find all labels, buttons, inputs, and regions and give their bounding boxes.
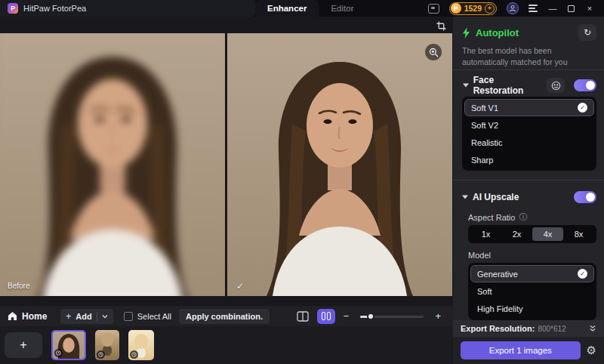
close-button[interactable]: ×	[584, 4, 595, 13]
thumbnail-woman-blonde[interactable]	[128, 330, 154, 360]
maximize-button[interactable]	[568, 5, 575, 12]
model-label: Model	[468, 251, 491, 260]
credits-pill[interactable]: P 1529 +	[449, 2, 497, 15]
autopilot-title: Autopilot	[476, 27, 573, 39]
double-chevron-icon[interactable]	[589, 325, 596, 332]
ai-upscale-toggle[interactable]	[574, 191, 596, 203]
history-badge-icon	[97, 350, 105, 359]
zoom-out-icon[interactable]: −	[342, 310, 351, 322]
app-title: HitPaw FotorPea	[23, 4, 86, 13]
compare-view: Before	[0, 33, 453, 296]
thumbnail-strip: +	[0, 326, 453, 364]
titlebar: P HitPaw FotorPea Enhancer Editor P 1529…	[0, 0, 604, 17]
view-controls: − +	[295, 309, 442, 324]
refresh-icon[interactable]: ↻	[578, 24, 596, 41]
minimize-button[interactable]: —	[547, 4, 558, 13]
option-sharp[interactable]: Sharp	[464, 151, 594, 168]
side-by-side-view-icon[interactable]	[317, 309, 335, 324]
divider	[453, 180, 604, 180]
gear-icon[interactable]: ⚙	[587, 344, 596, 357]
ratio-8x[interactable]: 8x	[563, 227, 594, 241]
ratio-2x[interactable]: 2x	[501, 227, 532, 241]
autopilot-header: Autopilot ↻	[462, 23, 596, 42]
export-resolution-label: Export Resolution:	[461, 324, 535, 333]
credits-count: 1529	[464, 4, 482, 13]
tab-editor[interactable]: Editor	[319, 0, 365, 17]
coin-icon: P	[451, 3, 461, 14]
app-window: P HitPaw FotorPea Enhancer Editor P 1529…	[0, 0, 604, 364]
after-image: ✓	[227, 33, 452, 296]
crop-icon[interactable]	[435, 20, 447, 32]
export-footer: Export 1 images ⚙	[453, 337, 604, 364]
zoom-in-icon[interactable]: +	[433, 310, 442, 322]
home-button[interactable]: Home	[8, 311, 47, 322]
export-button[interactable]: Export 1 images	[461, 341, 581, 359]
sidebar: Autopilot ↻ The best model has been auto…	[453, 17, 604, 364]
add-button[interactable]: + Add	[60, 309, 112, 324]
model-list: Generative ✓ Soft High Fidelity	[468, 263, 596, 320]
plus-icon: +	[66, 311, 71, 322]
export-resolution-bar[interactable]: Export Resolution: 800*612	[453, 320, 604, 337]
option-realistic[interactable]: Realistic	[464, 134, 594, 151]
face-restoration-title: Face Restoration	[473, 75, 542, 96]
thumbnail-woman-selected[interactable]	[51, 330, 86, 360]
app-brand: P HitPaw FotorPea	[0, 0, 255, 17]
split-view-icon[interactable]	[295, 310, 310, 323]
face-restoration-header[interactable]: ✓ Face Restoration	[462, 77, 596, 94]
aspect-ratio-label: Aspect Ratio ⓘ	[468, 211, 527, 223]
before-label: Before	[8, 282, 29, 290]
bottom-toolbar: Home + Add Select All Apply combination.…	[0, 306, 453, 326]
home-label: Home	[22, 311, 47, 322]
export-resolution-value: 800*612	[538, 325, 586, 333]
selected-check-icon: ✓	[578, 269, 587, 279]
select-all-control[interactable]: Select All	[124, 312, 171, 321]
add-image-tile[interactable]: +	[5, 332, 42, 358]
history-badge-icon	[130, 350, 138, 359]
main-tabs: Enhancer Editor	[255, 0, 365, 17]
model-generative[interactable]: Generative ✓	[470, 265, 594, 282]
after-check-icon: ✓	[236, 281, 244, 292]
caret-down-icon	[462, 195, 468, 199]
user-account-icon[interactable]	[507, 2, 519, 14]
ai-upscale-title: AI Upscale	[473, 192, 569, 202]
zoom-slider-knob[interactable]	[367, 313, 374, 320]
model-high-fidelity[interactable]: High Fidelity	[470, 300, 594, 317]
home-icon	[8, 311, 17, 321]
selected-check-icon: ✓	[578, 103, 587, 113]
ratio-1x[interactable]: 1x	[470, 227, 501, 241]
model-soft[interactable]: Soft	[470, 282, 594, 300]
option-soft-v1[interactable]: Soft V1 ✓	[464, 99, 594, 116]
face-restoration-list: Soft V1 ✓ Soft V2 Realistic Sharp	[462, 97, 596, 171]
chevron-down-icon[interactable]	[102, 314, 108, 319]
face-preview-icon[interactable]	[547, 78, 565, 93]
ratio-4x[interactable]: 4x	[532, 227, 563, 241]
select-all-checkbox[interactable]	[124, 312, 133, 321]
zoom-slider[interactable]	[360, 311, 424, 322]
add-label: Add	[76, 312, 91, 321]
add-credits-icon[interactable]: +	[485, 4, 495, 14]
bolt-icon	[462, 27, 470, 39]
autopilot-description: The best model has been automatically ma…	[462, 45, 595, 67]
before-image: Before	[0, 33, 225, 296]
caret-down-icon	[463, 83, 469, 88]
app-logo-icon: P	[8, 3, 18, 14]
canvas-toolbar	[0, 17, 453, 33]
canvas-area: Before	[0, 17, 453, 364]
menu-icon[interactable]	[528, 5, 538, 12]
apply-combination-button[interactable]: Apply combination.	[179, 309, 270, 324]
ai-upscale-header[interactable]: AI Upscale	[462, 189, 596, 205]
info-icon[interactable]: ⓘ	[519, 211, 527, 223]
face-restoration-toggle[interactable]	[574, 79, 596, 91]
option-soft-v2[interactable]: Soft V2	[464, 116, 594, 134]
divider	[453, 69, 604, 70]
magnifier-icon[interactable]	[425, 44, 442, 60]
divider	[97, 312, 97, 321]
aspect-ratio-segment: 1x 2x 4x 8x	[468, 225, 596, 243]
titlebar-actions: P 1529 + — ×	[428, 0, 604, 17]
history-badge-icon	[54, 349, 63, 357]
tab-enhancer[interactable]: Enhancer	[255, 0, 319, 17]
promo-icon[interactable]	[428, 4, 439, 14]
select-all-label: Select All	[137, 312, 171, 321]
thumbnail-man-sepia[interactable]	[95, 330, 119, 360]
